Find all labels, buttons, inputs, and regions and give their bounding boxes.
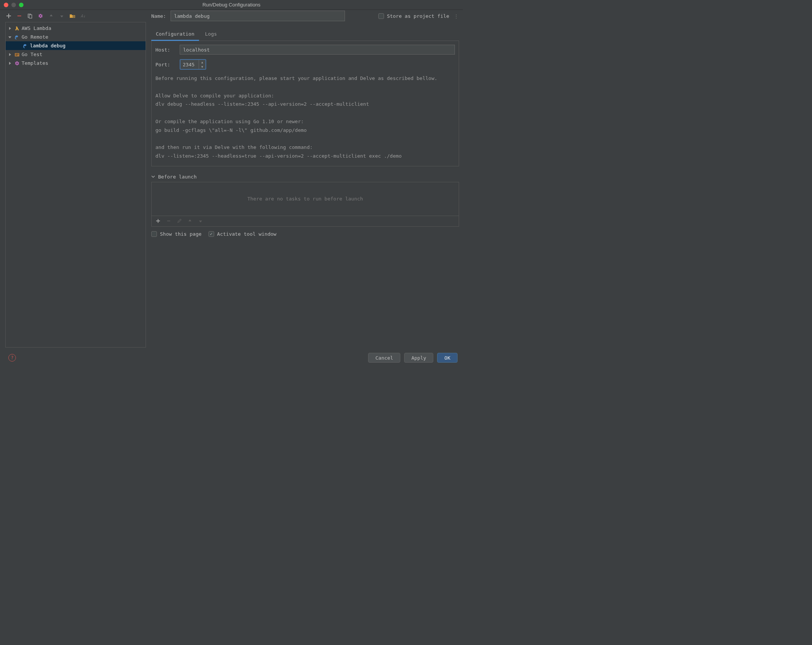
launch-options-row: Show this page Activate tool window [151, 231, 459, 237]
tree-label: lambda debug [30, 43, 66, 49]
port-input[interactable] [180, 60, 199, 69]
remove-config-button[interactable] [15, 12, 24, 20]
instructions-text: Before running this configuration, pleas… [155, 74, 455, 161]
tree-item-templates[interactable]: Templates [6, 59, 146, 67]
dialog-footer: ? Cancel Apply OK [0, 348, 463, 368]
svg-rect-5 [16, 55, 17, 56]
configuration-panel: Host: Port: ▲ ▼ Before running this conf… [151, 41, 459, 166]
tab-configuration[interactable]: Configuration [156, 29, 194, 41]
name-row: Name: Store as project file ⋮ [151, 10, 459, 22]
window-minimize-button[interactable] [11, 3, 16, 7]
chevron-right-icon [7, 62, 13, 65]
svg-rect-4 [16, 54, 19, 55]
tasks-toolbar [151, 216, 459, 227]
port-label: Port: [155, 62, 174, 67]
port-decrement-button[interactable]: ▼ [199, 64, 205, 69]
tree-label: AWS Lambda [22, 25, 51, 31]
add-config-button[interactable] [5, 12, 13, 20]
aws-lambda-icon [14, 25, 20, 31]
tree-item-lambda-debug[interactable]: lambda debug [6, 41, 146, 50]
tab-logs[interactable]: Logs [205, 29, 217, 41]
name-label: Name: [151, 13, 166, 19]
window-zoom-button[interactable] [19, 3, 24, 7]
port-spinner: ▲ ▼ [199, 60, 205, 69]
tree-label: Templates [22, 60, 48, 66]
main-panel: Name: Store as project file ⋮ Configurat… [146, 22, 463, 348]
chevron-right-icon [7, 27, 13, 30]
svg-rect-3 [15, 53, 19, 56]
before-launch-header[interactable]: Before launch [151, 174, 459, 180]
store-as-project-file-label: Store as project file [387, 13, 449, 19]
edit-task-button[interactable] [176, 218, 183, 224]
svg-rect-1 [29, 15, 32, 18]
chevron-down-icon [7, 36, 13, 39]
chevron-right-icon [7, 53, 13, 56]
empty-tasks-label: There are no tasks to run before launch [247, 196, 363, 202]
show-this-page-checkbox[interactable] [151, 231, 157, 237]
before-launch-tasks: There are no tasks to run before launch [151, 182, 459, 216]
go-test-icon [14, 52, 20, 58]
add-task-button[interactable] [155, 218, 161, 224]
copy-config-button[interactable] [26, 12, 34, 20]
button-label: Cancel [375, 355, 393, 361]
task-down-button[interactable] [197, 218, 204, 224]
go-remote-icon [14, 34, 20, 40]
move-down-button[interactable] [58, 12, 66, 20]
tree-item-aws-lambda[interactable]: AWS Lambda [6, 24, 146, 33]
name-input[interactable] [171, 11, 345, 21]
titlebar: Run/Debug Configurations [0, 0, 463, 10]
tab-label: Logs [205, 31, 217, 37]
host-input[interactable] [180, 45, 455, 55]
tab-label: Configuration [156, 31, 194, 37]
host-label: Host: [155, 47, 174, 53]
chevron-down-icon [151, 174, 155, 180]
tree-item-go-remote[interactable]: Go Remote [6, 33, 146, 41]
remove-task-button[interactable] [165, 218, 172, 224]
go-remote-icon [22, 43, 28, 49]
port-input-wrap: ▲ ▼ [180, 59, 206, 70]
templates-icon [14, 60, 20, 66]
tree-item-go-test[interactable]: Go Test [6, 50, 146, 59]
traffic-lights [0, 3, 24, 7]
tabs: Configuration Logs [151, 29, 459, 41]
port-increment-button[interactable]: ▲ [199, 60, 205, 64]
apply-button[interactable]: Apply [404, 353, 433, 363]
config-tree[interactable]: AWS Lambda Go Remote lambda debug Go [5, 22, 146, 348]
show-this-page-label: Show this page [160, 231, 202, 237]
button-label: Apply [411, 355, 426, 361]
task-up-button[interactable] [187, 218, 193, 224]
folder-button[interactable] [68, 12, 77, 20]
window-close-button[interactable] [4, 3, 8, 7]
more-options-icon[interactable]: ⋮ [452, 13, 459, 19]
tree-label: Go Test [22, 52, 42, 57]
ok-button[interactable]: OK [437, 353, 458, 363]
activate-tool-window-label: Activate tool window [217, 231, 277, 237]
before-launch-label: Before launch [158, 174, 197, 180]
settings-button[interactable] [36, 12, 45, 20]
help-icon[interactable]: ? [8, 354, 16, 362]
sort-button[interactable]: A↓ [79, 12, 87, 20]
cancel-button[interactable]: Cancel [368, 353, 400, 363]
activate-tool-window-checkbox[interactable] [208, 231, 214, 237]
window-title: Run/Debug Configurations [202, 2, 260, 8]
move-up-button[interactable] [47, 12, 55, 20]
button-label: OK [444, 355, 450, 361]
store-as-project-file-checkbox[interactable] [378, 13, 384, 19]
tree-label: Go Remote [22, 34, 48, 40]
